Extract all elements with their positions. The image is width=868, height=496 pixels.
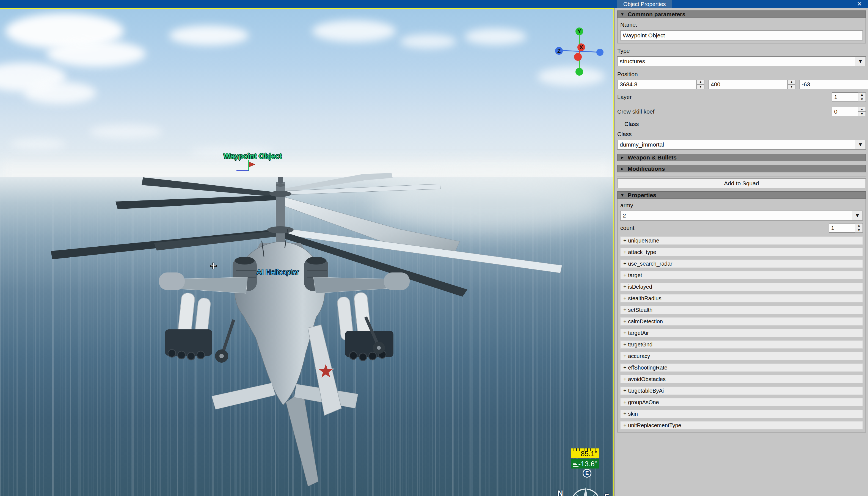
layer-input[interactable] — [832, 92, 858, 102]
helicopter-model[interactable] — [0, 9, 614, 496]
position-label: Position — [617, 71, 866, 78]
spin-down-icon[interactable]: ▼ — [697, 84, 704, 89]
class-value: dummy_immortal — [618, 140, 855, 149]
property-row-target[interactable]: + target — [620, 271, 863, 279]
property-row-effShootingRate[interactable]: + effShootingRate — [620, 363, 863, 372]
position-x-input[interactable] — [617, 80, 697, 89]
position-row: ▲ ▼ ▲ ▼ ▲ ▼ — [617, 80, 866, 89]
layer-spinner: ▲ ▼ — [832, 92, 866, 102]
collapse-icon[interactable]: ▼ — [620, 193, 624, 197]
crosshair-cursor — [209, 262, 217, 270]
section-label: Weapon & Bullets — [628, 154, 677, 161]
property-row-calmDetection[interactable]: + calmDetection — [620, 317, 863, 326]
ai-helicopter-label[interactable]: AI Helicopter — [257, 268, 299, 277]
properties-groupbox: army 2 ▼ count ▲ ▼ + uniqueName + attack… — [617, 199, 866, 433]
spin-up-icon[interactable]: ▲ — [858, 92, 866, 97]
property-row-targetGnd[interactable]: + targetGnd — [620, 340, 863, 348]
add-to-squad-button[interactable]: Add to Squad — [617, 179, 866, 188]
property-row-groupAsOne[interactable]: + groupAsOne — [620, 398, 863, 406]
property-row-avoidObstacles[interactable]: + avoidObstacles — [620, 375, 863, 383]
compass-east-badge: E — [583, 469, 591, 478]
expand-icon[interactable]: ► — [620, 166, 624, 171]
section-weapon-bullets[interactable]: ► Weapon & Bullets — [617, 154, 866, 161]
compass-north-label: N — [558, 489, 563, 496]
crew-skill-label: Crew skill koef — [617, 108, 654, 115]
spin-up-icon[interactable]: ▲ — [697, 80, 704, 84]
editor-window: Waypoint Object AI Helicopter Y X Z 85.1… — [0, 0, 868, 496]
name-label: Name: — [620, 21, 863, 28]
heading-ruler-ticks — [574, 448, 597, 451]
property-row-skin[interactable]: + skin — [620, 410, 863, 418]
spin-down-icon[interactable]: ▼ — [855, 228, 863, 233]
position-x-spinner: ▲ ▼ — [617, 80, 704, 89]
3d-viewport[interactable]: Waypoint Object AI Helicopter Y X Z 85.1… — [0, 8, 614, 496]
layer-label: Layer — [617, 94, 632, 100]
count-row: count ▲ ▼ — [620, 223, 863, 233]
property-row-attack_type[interactable]: + attack_type — [620, 248, 863, 256]
class-label: Class — [617, 131, 866, 138]
dropdown-arrow-icon[interactable]: ▼ — [852, 211, 863, 220]
count-input[interactable] — [829, 223, 855, 233]
dropdown-arrow-icon[interactable]: ▼ — [855, 57, 866, 66]
axis-x-label: X — [579, 44, 583, 50]
property-row-stealthRadius[interactable]: + stealthRadius — [620, 294, 863, 303]
pitch-lines-icon — [572, 461, 579, 467]
property-row-accuracy[interactable]: + accuracy — [620, 352, 863, 360]
section-common-parameters[interactable]: ▼ Common parameters — [617, 11, 866, 18]
type-dropdown[interactable]: structures ▼ — [617, 56, 866, 66]
army-value: 2 — [621, 211, 852, 220]
section-label: Modifications — [628, 166, 665, 172]
compass-rose — [565, 484, 609, 496]
axis-handle-red — [574, 53, 582, 61]
axis-handle-blue — [596, 49, 604, 56]
crew-skill-input[interactable] — [832, 107, 858, 116]
spin-up-icon[interactable]: ▲ — [858, 107, 866, 112]
property-row-uniqueName[interactable]: + uniqueName — [620, 236, 863, 245]
position-z-input[interactable] — [799, 80, 868, 89]
property-row-unitReplacementType[interactable]: + unitReplacementType — [620, 421, 863, 430]
section-label: Common parameters — [628, 11, 685, 18]
section-properties[interactable]: ▼ Properties — [617, 191, 866, 199]
section-label: Properties — [628, 192, 656, 199]
compass-south-label: S — [604, 493, 609, 496]
type-label: Type — [617, 48, 866, 54]
spin-down-icon[interactable]: ▼ — [788, 84, 795, 89]
axis-y-label: Y — [577, 28, 581, 34]
class-dropdown[interactable]: dummy_immortal ▼ — [617, 140, 866, 150]
dropdown-arrow-icon[interactable]: ▼ — [855, 140, 866, 149]
crew-skill-row: Crew skill koef ▲ ▼ — [617, 107, 866, 116]
crew-skill-spinner: ▲ ▼ — [832, 107, 866, 116]
object-properties-tab[interactable]: Object Properties — [617, 0, 672, 8]
spin-down-icon[interactable]: ▼ — [858, 97, 866, 102]
object-properties-panel: ▼ Common parameters Name: Type structure… — [614, 8, 868, 496]
axis-z-label: Z — [557, 48, 561, 54]
name-groupbox: Name: — [617, 18, 866, 44]
class-separator: Class — [617, 121, 866, 127]
spin-up-icon[interactable]: ▲ — [788, 80, 795, 84]
property-row-setStealth[interactable]: + setStealth — [620, 306, 863, 314]
count-label: count — [620, 224, 634, 231]
close-icon[interactable]: ✕ — [855, 0, 864, 8]
type-value: structures — [618, 57, 855, 66]
axis-gizmo[interactable]: Y X Z — [550, 18, 608, 77]
property-row-targetAir[interactable]: + targetAir — [620, 329, 863, 337]
window-titlebar: Object Properties ✕ — [0, 0, 868, 8]
section-modifications[interactable]: ► Modifications — [617, 165, 866, 172]
layer-row: Layer ▲ ▼ — [617, 92, 866, 102]
army-dropdown[interactable]: 2 ▼ — [620, 211, 863, 220]
class-separator-label: Class — [624, 121, 639, 127]
name-input[interactable] — [620, 31, 863, 41]
position-z-spinner: ▲ ▼ — [799, 80, 868, 89]
expand-icon[interactable]: ► — [620, 155, 624, 160]
army-label: army — [620, 202, 863, 209]
spin-down-icon[interactable]: ▼ — [858, 112, 866, 116]
waypoint-object-label[interactable]: Waypoint Object — [223, 152, 282, 160]
property-row-use_search_radar[interactable]: + use_search_radar — [620, 260, 863, 268]
count-spinner: ▲ ▼ — [829, 223, 863, 233]
spin-up-icon[interactable]: ▲ — [855, 223, 863, 228]
property-row-targetableByAi[interactable]: + targetableByAi — [620, 387, 863, 395]
axis-handle-green — [575, 68, 583, 76]
property-row-isDelayed[interactable]: + isDelayed — [620, 283, 863, 291]
position-y-input[interactable] — [708, 80, 788, 89]
collapse-icon[interactable]: ▼ — [620, 12, 624, 16]
